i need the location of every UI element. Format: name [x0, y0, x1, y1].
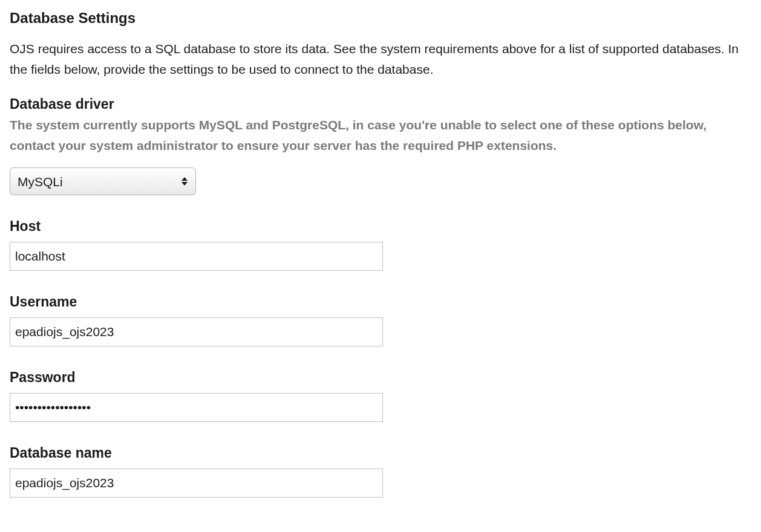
database-driver-label: Database driver: [10, 96, 751, 112]
database-driver-field-group: Database driver The system currently sup…: [10, 96, 751, 195]
username-label: Username: [10, 294, 751, 310]
database-driver-help: The system currently supports MySQL and …: [10, 115, 751, 155]
password-field-group: Password: [10, 369, 751, 422]
host-field-group: Host: [10, 218, 751, 271]
database-name-input[interactable]: [10, 469, 383, 498]
username-field-group: Username: [10, 294, 751, 346]
database-settings-heading: Database Settings: [10, 10, 751, 27]
username-input[interactable]: [10, 317, 383, 346]
password-input[interactable]: [10, 393, 383, 422]
host-input[interactable]: [10, 242, 383, 271]
password-label: Password: [10, 369, 751, 386]
database-driver-select-wrapper: MySQLi: [10, 167, 196, 195]
database-name-label: Database name: [10, 445, 751, 461]
database-name-field-group: Database name: [10, 445, 751, 498]
database-driver-select[interactable]: MySQLi: [10, 167, 196, 195]
database-settings-description: OJS requires access to a SQL database to…: [10, 39, 751, 79]
host-label: Host: [10, 218, 751, 235]
